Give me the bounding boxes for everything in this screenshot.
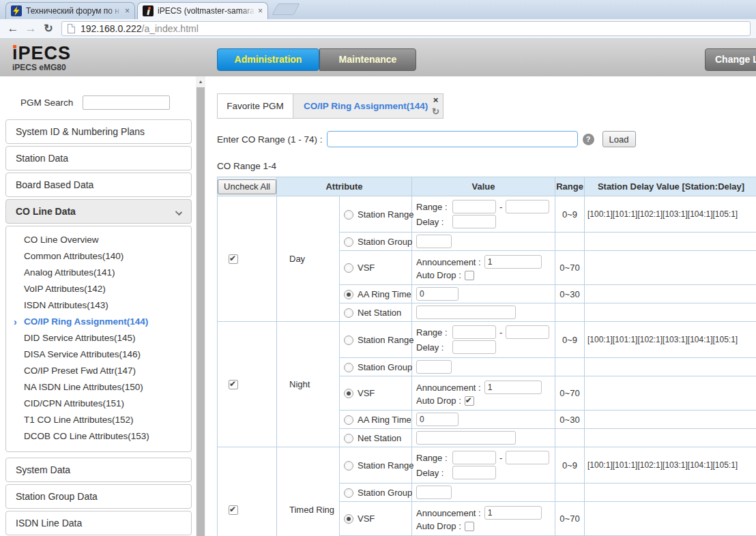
- submenu-item-voip-attributes[interactable]: VoIP Attributes(142): [6, 281, 191, 297]
- product-name: iPECS eMG80: [12, 63, 71, 72]
- night-aa-ring-time-input[interactable]: [416, 413, 459, 426]
- new-tab-button[interactable]: [272, 3, 300, 15]
- day-aa-ring-time-input[interactable]: [416, 287, 459, 301]
- browser-tab-bar: Технический форум по н × iPECS (voltmast…: [0, 0, 756, 19]
- timed-station-group-radio[interactable]: [344, 488, 353, 498]
- address-bar[interactable]: 192.168.0.222/a_index.html: [61, 21, 751, 36]
- sidebar-item-system-id[interactable]: System ID & Numbering Plans: [5, 119, 192, 144]
- load-button[interactable]: Load: [602, 131, 636, 147]
- night-range-to-input[interactable]: [506, 325, 549, 339]
- submenu-item-t1-co-line[interactable]: T1 CO Line Attributes(152): [6, 412, 191, 428]
- url-text: 192.168.0.222/a_index.html: [81, 23, 199, 34]
- sidebar-item-system-data[interactable]: System Data: [5, 458, 192, 482]
- timed-range-from-input[interactable]: [452, 451, 496, 464]
- submenu-item-isdn-attributes[interactable]: ISDN Attributes(143): [6, 297, 191, 314]
- range-value: 0~70: [555, 251, 585, 285]
- day-aa-ring-time-radio[interactable]: [344, 290, 353, 299]
- submenu-item-did-service[interactable]: DID Service Attributes(145): [6, 330, 191, 346]
- day-range-from-input[interactable]: [452, 200, 496, 213]
- forward-icon[interactable]: →: [22, 20, 40, 38]
- timed-station-range-radio[interactable]: [344, 461, 353, 471]
- ipecs-logo: iPECS: [12, 44, 71, 62]
- arrow-right-icon: ›: [14, 314, 17, 330]
- timed-delay-input[interactable]: [452, 466, 496, 479]
- timed-announcement-input[interactable]: [484, 506, 542, 520]
- day-range-to-input[interactable]: [506, 200, 549, 213]
- timed-vsf-radio[interactable]: [344, 514, 353, 524]
- tab-coip-ring-assignment[interactable]: CO/IP Ring Assignment(144) × ↻: [293, 93, 444, 119]
- sidebar-item-station-data[interactable]: Station Data: [5, 146, 192, 170]
- timed-auto-drop-checkbox[interactable]: [465, 522, 474, 531]
- submenu-item-na-isdn-line[interactable]: NA ISDN Line Attributes(150): [6, 379, 191, 396]
- header-range: Range: [555, 177, 585, 196]
- maintenance-button[interactable]: Maintenance: [319, 48, 416, 71]
- night-station-group-radio[interactable]: [344, 363, 353, 372]
- submenu-item-analog-attributes[interactable]: Analog Attributes(141): [6, 265, 191, 281]
- submenu-item-disa-service[interactable]: DISA Service Attributes(146): [6, 346, 191, 363]
- night-station-group-input[interactable]: [416, 360, 452, 374]
- day-announcement-input[interactable]: [484, 255, 542, 269]
- night-station-range-radio[interactable]: [344, 336, 353, 345]
- night-checkbox-cell: [218, 322, 277, 447]
- range-value: 0~70: [555, 502, 585, 536]
- sidebar-item-station-group-data[interactable]: Station Group Data: [5, 484, 192, 509]
- co-range-input[interactable]: [327, 131, 578, 147]
- submenu-item-cid-cpn[interactable]: CID/CPN Attributes(151): [6, 396, 191, 412]
- url-path: /a_index.html: [142, 23, 199, 34]
- sidebar-item-isdn-line-data[interactable]: ISDN Line Data: [5, 511, 192, 535]
- sidebar: PGM Search System ID & Numbering Plans S…: [0, 76, 196, 536]
- tab-close-icon[interactable]: ×: [258, 6, 263, 16]
- pgm-search-input[interactable]: [83, 95, 170, 110]
- day-station-range-radio[interactable]: [344, 210, 353, 220]
- timed-ring-checkbox[interactable]: [229, 505, 238, 515]
- submenu-item-dcob-co-line[interactable]: DCOB CO Line Attributes(153): [6, 428, 191, 445]
- day-delay-input[interactable]: [452, 215, 496, 228]
- tab-close-icon[interactable]: ×: [433, 95, 439, 104]
- uncheck-all-button[interactable]: Uncheck All: [218, 179, 276, 194]
- day-checkbox[interactable]: [229, 254, 238, 264]
- change-language-button[interactable]: Change L: [705, 48, 756, 71]
- night-net-station-radio[interactable]: [344, 434, 353, 443]
- back-icon[interactable]: ←: [4, 20, 22, 38]
- header-attribute: Attribute: [277, 177, 412, 196]
- day-net-station-radio[interactable]: [344, 308, 353, 318]
- night-delay-input[interactable]: [452, 340, 496, 354]
- station-delay-value: [100:1][101:1][102:1][103:1][104:1][105:…: [585, 322, 756, 358]
- night-range-from-input[interactable]: [452, 325, 496, 339]
- sidebar-scrollbar[interactable]: ▲: [196, 76, 205, 536]
- day-station-group-input[interactable]: [416, 235, 452, 248]
- browser-tab-ipecs[interactable]: iPECS (voltmaster-samara ×: [137, 2, 268, 19]
- night-aa-ring-time-radio[interactable]: [344, 415, 353, 425]
- night-vsf-radio[interactable]: [344, 389, 353, 398]
- browser-tab-forum[interactable]: Технический форум по н ×: [5, 2, 135, 19]
- reload-icon[interactable]: ↻: [40, 20, 57, 38]
- night-auto-drop-checkbox[interactable]: [465, 396, 474, 406]
- day-station-group-radio[interactable]: [344, 237, 353, 247]
- submenu-item-coip-ring-assignment[interactable]: › CO/IP Ring Assignment(144): [6, 314, 191, 330]
- timed-station-group-input[interactable]: [416, 486, 452, 499]
- tab-refresh-icon[interactable]: ↻: [432, 107, 439, 117]
- submenu-item-coip-preset-fwd[interactable]: CO/IP Preset Fwd Attr(147): [6, 363, 191, 379]
- day-vsf-radio[interactable]: [344, 263, 353, 273]
- tab-close-icon[interactable]: ×: [125, 6, 130, 16]
- tab-favorite-pgm[interactable]: Favorite PGM: [217, 93, 293, 119]
- range-value: 0~70: [555, 376, 585, 411]
- submenu-item-co-line-overview[interactable]: CO Line Overview: [6, 232, 191, 248]
- sidebar-item-board-based-data[interactable]: Board Based Data: [5, 173, 192, 197]
- night-announcement-input[interactable]: [484, 381, 542, 394]
- day-net-station-input[interactable]: [416, 306, 516, 319]
- header-uncheck-cell: Uncheck All: [218, 177, 277, 196]
- administration-button[interactable]: Administration: [217, 48, 319, 71]
- night-net-station-input[interactable]: [416, 431, 516, 445]
- help-icon[interactable]: ?: [583, 134, 594, 145]
- range-value: 0~9: [555, 322, 585, 358]
- timed-range-to-input[interactable]: [506, 451, 549, 464]
- browser-toolbar: ← → ↻ 192.168.0.222/a_index.html: [0, 19, 756, 39]
- sidebar-item-co-line-data[interactable]: CO Line Data: [5, 199, 192, 224]
- submenu-item-common-attributes[interactable]: Common Attributes(140): [6, 248, 191, 265]
- scroll-up-icon[interactable]: ▲: [196, 76, 205, 87]
- scrollbar-thumb[interactable]: [197, 87, 205, 536]
- header-station-delay: Station Delay Value [Station:Delay]: [585, 177, 756, 196]
- day-auto-drop-checkbox[interactable]: [465, 271, 474, 280]
- night-checkbox[interactable]: [229, 380, 238, 389]
